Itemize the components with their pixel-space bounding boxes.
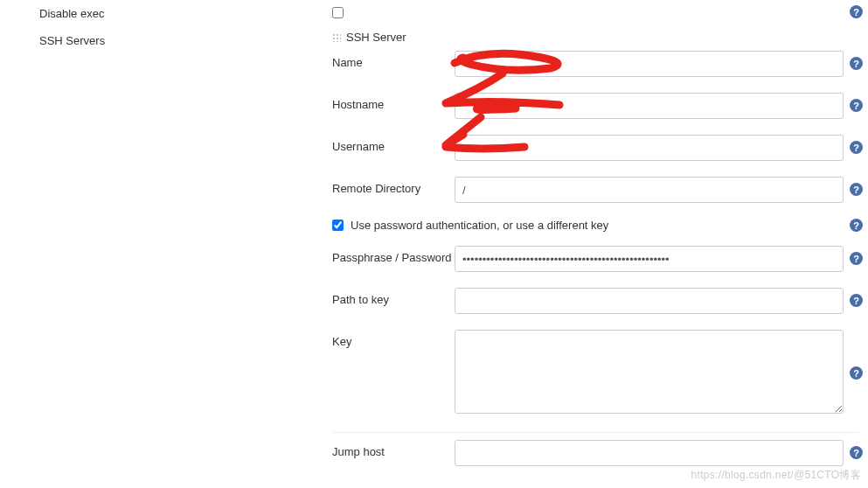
passphrase-input[interactable]: [455, 246, 844, 272]
use-password-auth-label: Use password authentication, or use a di…: [351, 219, 608, 232]
help-icon[interactable]: ?: [850, 366, 863, 380]
left-column: Disable exec SSH Servers: [0, 7, 332, 482]
help-icon[interactable]: ?: [850, 183, 863, 196]
help-icon[interactable]: ?: [850, 99, 863, 112]
path-to-key-input[interactable]: [455, 288, 844, 314]
use-password-auth-checkbox[interactable]: [332, 220, 344, 231]
jump-host-input[interactable]: [455, 440, 844, 466]
key-label: Key: [332, 330, 455, 348]
remote-directory-label: Remote Directory: [332, 177, 455, 195]
disable-exec-label: Disable exec: [39, 7, 332, 20]
passphrase-label: Passphrase / Password: [332, 246, 455, 264]
username-label: Username: [332, 135, 455, 153]
help-icon[interactable]: ?: [850, 446, 863, 459]
jump-host-label: Jump host: [332, 440, 455, 458]
help-icon[interactable]: ?: [850, 294, 863, 307]
right-column: ? SSH Server Name ? Hostname ? U: [332, 7, 868, 482]
name-input[interactable]: [455, 51, 844, 77]
drag-handle-icon[interactable]: [332, 33, 341, 42]
divider: [332, 432, 859, 433]
ssh-server-header: SSH Server: [346, 31, 406, 44]
disable-exec-checkbox[interactable]: [332, 7, 344, 18]
help-icon[interactable]: ?: [850, 57, 863, 70]
username-input[interactable]: [455, 135, 844, 161]
hostname-input[interactable]: [455, 93, 844, 119]
key-textarea[interactable]: [455, 330, 844, 414]
hostname-label: Hostname: [332, 93, 455, 111]
help-icon[interactable]: ?: [850, 141, 863, 154]
help-icon[interactable]: ?: [850, 252, 863, 265]
name-label: Name: [332, 51, 455, 69]
remote-directory-input[interactable]: [455, 177, 844, 203]
path-to-key-label: Path to key: [332, 288, 455, 306]
help-icon[interactable]: ?: [850, 219, 863, 232]
ssh-servers-label: SSH Servers: [39, 34, 332, 47]
